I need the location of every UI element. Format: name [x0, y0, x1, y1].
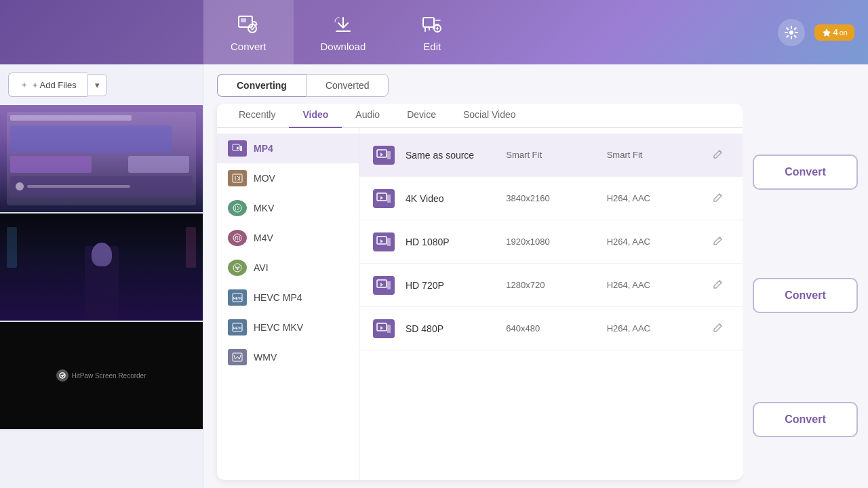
quality-res-same-source: Smart Fit [506, 150, 595, 160]
settings-icon[interactable] [778, 19, 805, 46]
format-hevc-mp4-label: HEVC MP4 [254, 292, 302, 303]
quality-icon-hd720 [373, 276, 395, 295]
add-files-label: + Add Files [33, 80, 77, 90]
nav-download[interactable]: Download [294, 0, 393, 64]
wmv-icon [228, 349, 247, 365]
convert-nav-icon [236, 12, 260, 37]
format-item-hevc-mp4[interactable]: HEVC HEVC MP4 [217, 283, 359, 312]
convert-button-3[interactable]: Convert [753, 402, 858, 437]
convert-button-2[interactable]: Convert [753, 278, 858, 313]
format-cat-video[interactable]: Video [289, 104, 342, 128]
format-item-avi[interactable]: AVI [217, 253, 359, 283]
quality-edit-hd720[interactable] [707, 280, 729, 291]
quality-res-sd480: 640x480 [506, 323, 595, 333]
quality-row-same-source[interactable]: Same as source Smart Fit Smart Fit [359, 134, 743, 177]
svg-rect-25 [387, 281, 391, 289]
top-navigation: Convert Download [0, 0, 868, 64]
nav-convert[interactable]: Convert [203, 0, 294, 64]
quality-name-hd720: HD 720P [406, 280, 495, 291]
format-avi-label: AVI [254, 262, 269, 273]
svg-rect-23 [387, 238, 391, 246]
format-cat-social-video[interactable]: Social Video [450, 104, 530, 128]
format-cat-audio[interactable]: Audio [342, 104, 393, 128]
file-items-list: HitPaw Screen Recorder [0, 105, 203, 430]
quality-edit-hd1080[interactable] [707, 237, 729, 247]
tab-converted[interactable]: Converted [306, 74, 389, 97]
format-mp4-label: MP4 [254, 143, 273, 154]
conversion-tabs-bar: Converting Converted [203, 64, 868, 104]
avi-icon [228, 260, 247, 276]
format-cat-recently[interactable]: Recently [225, 104, 289, 128]
format-hevc-mkv-label: HEVC MKV [254, 322, 303, 333]
quality-edit-same-source[interactable] [707, 150, 729, 161]
upgrade-suffix: on [840, 28, 848, 37]
quality-name-sd480: SD 480P [406, 323, 495, 334]
plus-icon: ＋ [20, 79, 28, 91]
quality-icon-same-source [373, 146, 395, 165]
format-item-wmv[interactable]: WMV [217, 342, 359, 372]
edit-nav-label: Edit [423, 41, 441, 52]
file-item-3[interactable]: HitPaw Screen Recorder [0, 322, 203, 430]
tab-converting[interactable]: Converting [217, 74, 306, 97]
quality-res-4k: 3840x2160 [506, 193, 595, 203]
svg-point-10 [233, 204, 241, 212]
quality-codec-same-source: Smart Fit [607, 150, 696, 160]
mov-icon [228, 170, 247, 186]
nav-edit[interactable]: Edit [393, 0, 471, 64]
download-nav-label: Download [321, 41, 366, 52]
quality-codec-sd480: H264, AAC [607, 323, 696, 333]
upgrade-badge[interactable]: 4 on [814, 24, 854, 41]
quality-codec-hd720: H264, AAC [607, 280, 696, 290]
svg-rect-3 [423, 18, 434, 27]
add-files-dropdown-button[interactable]: ▾ [87, 74, 107, 96]
hitpaw-screen-recorder-label: HitPaw Screen Recorder [71, 372, 146, 380]
svg-rect-7 [233, 144, 239, 150]
quality-codec-hd1080: H264, AAC [607, 237, 696, 247]
chevron-down-icon: ▾ [95, 80, 100, 90]
quality-row-hd1080[interactable]: HD 1080P 1920x1080 H264, AAC [359, 220, 743, 264]
download-nav-icon [331, 12, 355, 37]
quality-row-4k[interactable]: 4K Video 3840x2160 H264, AAC [359, 177, 743, 220]
format-item-mov[interactable]: MOV [217, 163, 359, 193]
format-and-convert-area: Recently Video Audio Device Social Video [203, 104, 868, 488]
quality-codec-4k: H264, AAC [607, 193, 696, 203]
center-panel: Converting Converted Recently Video Audi… [203, 64, 868, 488]
format-list: MP4 MOV MKV [217, 128, 359, 480]
add-files-bar: ＋ + Add Files ▾ [8, 73, 195, 97]
add-files-button[interactable]: ＋ + Add Files [8, 73, 87, 97]
quality-edit-sd480[interactable] [707, 323, 729, 334]
svg-rect-8 [240, 146, 242, 151]
main-area: ＋ + Add Files ▾ [0, 64, 868, 488]
hevc-mp4-icon: HEVC [228, 289, 247, 306]
format-cat-device[interactable]: Device [393, 104, 450, 128]
format-item-mp4[interactable]: MP4 [217, 134, 359, 163]
svg-point-5 [789, 30, 793, 35]
quality-icon-4k [373, 189, 395, 208]
upgrade-number: 4 [833, 27, 838, 37]
file-item-2[interactable] [0, 214, 203, 322]
quality-row-hd720[interactable]: HD 720P 868x488 H264, AAC [359, 264, 743, 307]
quality-icon-hd1080 [373, 232, 395, 251]
svg-rect-17 [233, 353, 242, 361]
hitpaw-logo: HitPaw Screen Recorder [56, 369, 146, 382]
format-mov-label: MOV [254, 173, 275, 184]
svg-rect-9 [233, 174, 242, 182]
quality-edit-4k[interactable] [707, 193, 729, 204]
file-item-1[interactable] [0, 105, 203, 214]
nav-items: Convert Download [203, 0, 778, 64]
quality-name-4k: 4K Video [406, 193, 495, 204]
quality-res-hd1080: 1920x1080 [506, 237, 595, 247]
format-picker-panel: Recently Video Audio Device Social Video [217, 104, 743, 480]
quality-row-sd480[interactable]: SD 480P 640x480 H264, AAC [359, 307, 743, 350]
format-wmv-label: WMV [254, 352, 277, 363]
format-item-hevc-mkv[interactable]: HEVC HEVC MKV [217, 312, 359, 342]
convert-button-1[interactable]: Convert [753, 155, 858, 190]
quality-name-hd1080: HD 1080P [406, 237, 495, 247]
format-item-mkv[interactable]: MKV [217, 193, 359, 223]
format-mkv-label: MKV [254, 203, 274, 214]
format-item-m4v[interactable]: M4V [217, 223, 359, 253]
quality-res-hd720: 868x488 [506, 280, 595, 290]
svg-rect-21 [387, 195, 391, 203]
convert-nav-label: Convert [231, 41, 267, 52]
file-sidebar: ＋ + Add Files ▾ [0, 64, 203, 488]
